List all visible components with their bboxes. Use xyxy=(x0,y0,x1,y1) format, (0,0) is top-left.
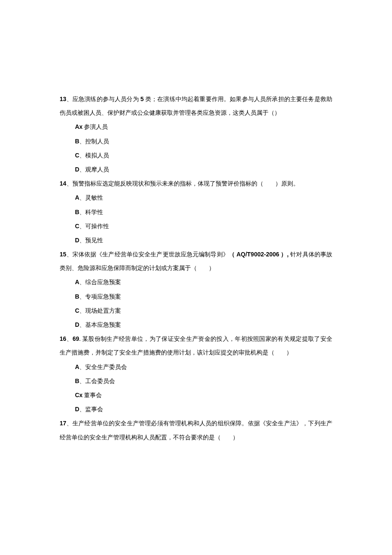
option-text: 模拟人员 xyxy=(85,152,109,159)
option-text: 专项应急预案 xyxy=(85,293,121,300)
option-b: B、工会委员会 xyxy=(60,374,332,388)
question-17: 17、生产经营单位的安全生产管理必须有管理机构和人员的组织保障。依据《安全生产法… xyxy=(60,416,332,444)
option-sep: 、 xyxy=(79,279,85,285)
option-d: D、监事会 xyxy=(60,402,332,416)
option-c: Cx 董事会 xyxy=(60,388,332,402)
option-label: D xyxy=(75,166,79,173)
option-sep: 、 xyxy=(79,152,85,159)
stem-text: . 某股份制生产经营单位，为了保证安全生产资金的投入，年初按照国家的有关规定提取… xyxy=(60,336,332,356)
option-label: A xyxy=(75,194,79,201)
option-sep: 、 xyxy=(79,209,85,215)
option-b: B、专项应急预案 xyxy=(60,290,332,304)
option-c: C、现场处置方案 xyxy=(60,304,332,318)
option-d: D、观摩人员 xyxy=(60,163,332,177)
option-label: D xyxy=(75,237,79,244)
option-label: B xyxy=(75,293,79,300)
option-text: 预见性 xyxy=(85,237,103,244)
option-sep: 、 xyxy=(79,293,85,300)
option-d: D、预见性 xyxy=(60,233,332,247)
option-text: 综合应急预案 xyxy=(85,279,121,285)
stem-text: 、预警指标应选定能反映现状和预示未来的指标，体现了预警评价指标的（ ）原则。 xyxy=(66,180,299,187)
option-label: A xyxy=(75,279,79,285)
question-number: 13 xyxy=(60,96,66,102)
option-label: C xyxy=(75,307,79,314)
option-sep: 、 xyxy=(79,166,85,173)
option-text: 可操作性 xyxy=(85,223,109,230)
option-label: Cx xyxy=(75,392,83,398)
option-a: A、综合应急预案 xyxy=(60,275,332,289)
question-stem: 15、宋体依据《生产经营单位安全生产更世故应急元编制导则》（ AQ/T9002-… xyxy=(60,247,332,275)
stem-text: 、生产经营单位的安全生产管理必须有管理机构和人员的组织保障。依据《安全生产法》，… xyxy=(60,420,332,440)
option-text: 现场处置方案 xyxy=(85,308,121,314)
option-label: Ax xyxy=(75,123,83,130)
option-label: D xyxy=(75,406,79,413)
question-stem: 16、69. 某股份制生产经营单位，为了保证安全生产资金的投入，年初按照国家的有… xyxy=(60,332,332,360)
stem-bold: （ AQ/T9002-2006 ）, xyxy=(229,251,291,258)
option-sep: 、 xyxy=(79,406,85,413)
option-sep: 、 xyxy=(79,195,85,201)
option-text: 基本应急预案 xyxy=(85,322,121,328)
option-label: B xyxy=(75,138,79,145)
option-a: A、灵敏性 xyxy=(60,191,332,205)
question-stem: 17、生产经营单位的安全生产管理必须有管理机构和人员的组织保障。依据《安全生产法… xyxy=(60,416,332,444)
option-b: B、控制人员 xyxy=(60,134,332,148)
option-text: 科学性 xyxy=(85,209,103,215)
option-text: 灵敏性 xyxy=(85,195,103,201)
option-label: A xyxy=(75,363,79,370)
option-c: C、模拟人员 xyxy=(60,148,332,163)
option-a: A、安全生产委员会 xyxy=(60,360,332,374)
option-a: Ax 参演人员 xyxy=(60,120,332,134)
option-text: 观摩人员 xyxy=(85,166,109,173)
option-label: C xyxy=(75,223,79,230)
option-text: 控制人员 xyxy=(85,138,109,145)
option-label: B xyxy=(75,209,79,215)
question-number: 16 xyxy=(60,335,66,342)
option-sep: 、 xyxy=(79,308,85,314)
option-sep: 、 xyxy=(79,378,85,384)
option-sep: 、 xyxy=(79,138,85,145)
option-text: 董事会 xyxy=(84,392,102,398)
option-d: D、基本应急预案 xyxy=(60,318,332,332)
option-sep: 、 xyxy=(79,237,85,244)
question-14: 14、预警指标应选定能反映现状和预示未来的指标，体现了预警评价指标的（ ）原则。… xyxy=(60,177,332,247)
option-c: C、可操作性 xyxy=(60,219,332,233)
question-number: 14 xyxy=(60,180,66,187)
option-label: B xyxy=(75,378,79,384)
option-text: 参演人员 xyxy=(84,124,108,130)
option-b: B、科学性 xyxy=(60,205,332,219)
question-13: 13、应急演练的参与人员分为 5 类；在演练中均起着重要作用。如果参与人员所承担… xyxy=(60,92,332,177)
option-text: 安全生产委员会 xyxy=(85,364,127,370)
option-text: 监事会 xyxy=(85,406,103,413)
option-label: D xyxy=(75,321,79,328)
question-16: 16、69. 某股份制生产经营单位，为了保证安全生产资金的投入，年初按照国家的有… xyxy=(60,332,332,416)
question-number: 15 xyxy=(60,251,66,258)
question-stem: 13、应急演练的参与人员分为 5 类；在演练中均起着重要作用。如果参与人员所承担… xyxy=(60,92,332,120)
stem-text: 、 xyxy=(66,336,73,342)
option-sep: 、 xyxy=(79,364,85,370)
option-sep: 、 xyxy=(79,322,85,328)
option-sep: 、 xyxy=(79,223,85,230)
option-text: 工会委员会 xyxy=(85,378,115,384)
stem-bold: 69 xyxy=(72,335,79,342)
stem-text: 、宋体依据《生产经营单位安全生产更世故应急元编制导则》 xyxy=(66,251,229,258)
stem-text: 、应急演练的参与人员分为 xyxy=(66,96,141,102)
question-number: 17 xyxy=(60,420,66,427)
question-stem: 14、预警指标应选定能反映现状和预示未来的指标，体现了预警评价指标的（ ）原则。 xyxy=(60,177,332,191)
option-label: C xyxy=(75,152,79,159)
question-15: 15、宋体依据《生产经营单位安全生产更世故应急元编制导则》（ AQ/T9002-… xyxy=(60,247,332,332)
